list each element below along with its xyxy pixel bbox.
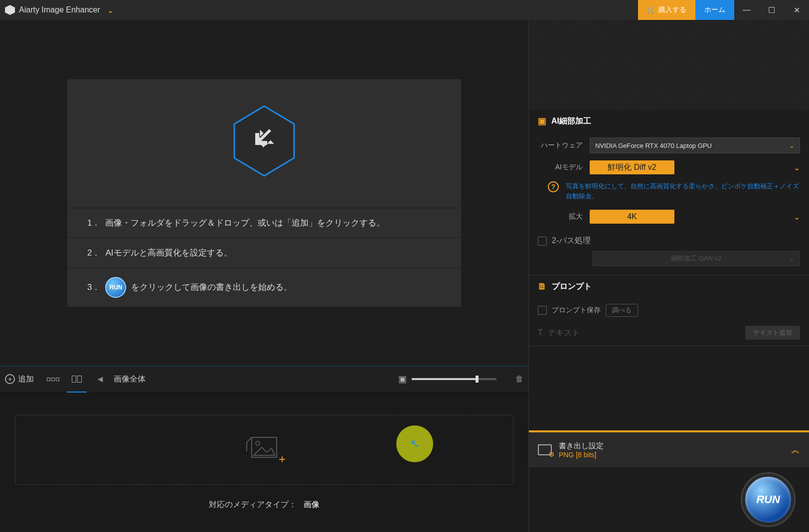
svg-point-2	[256, 441, 260, 445]
hardware-value: NVIDIA GeForce RTX 4070 Laptop GPU	[595, 142, 712, 149]
prompt-title: プロンプト	[552, 281, 592, 292]
buy-label: 購入する	[658, 5, 686, 14]
model-value: 鮮明化 Diff v2	[608, 162, 656, 173]
cursor-icon: ↖	[410, 437, 419, 450]
gear-icon: ⚙	[548, 450, 555, 458]
zoom-slider[interactable]	[412, 378, 496, 380]
two-pass-label: 2-パス処理	[552, 236, 591, 246]
delete-button[interactable]: 🗑	[515, 375, 523, 384]
two-pass-row[interactable]: 2-パス処理	[538, 231, 800, 251]
app-logo-icon	[5, 5, 15, 15]
instruction-2: 2． AIモデルと高画質化を設定する。	[67, 238, 461, 267]
add-button[interactable]: + 追加	[5, 374, 34, 385]
maximize-button[interactable]: ☐	[759, 0, 784, 20]
left-pane: 1． 画像・フォルダをドラッグ＆ドロップ、或いは「追加」をクリックする。 2． …	[0, 20, 528, 532]
nav-label[interactable]: 画像全体	[114, 374, 146, 385]
grid-view-button[interactable]	[43, 372, 63, 387]
image-toolbar: + 追加 ◄ 画像全体 ▣ 🗑	[0, 366, 528, 393]
upscale-value: 4K	[627, 212, 637, 221]
app-dropdown-icon[interactable]: ⌄	[107, 5, 114, 15]
prompt-section: 🗎 プロンプト プロンプト保存 調べる T テキスト テキスト追加	[529, 275, 809, 346]
compare-icon	[72, 376, 82, 383]
media-type-label: 対応のメディアタイプ： 画像	[209, 500, 320, 510]
text-label: テキスト	[548, 328, 580, 338]
title-bar: Aiarty Image Enhancer ⌄ 🛒 購入する ホーム — ☐ ✕	[0, 0, 809, 20]
add-label: 追加	[18, 374, 34, 385]
cursor-highlight: ↖	[396, 425, 433, 462]
cart-icon: 🛒	[647, 6, 655, 14]
right-pane: ▣ AI細部加工 ハートウェア NVIDIA GeForce RTX 4070 …	[528, 20, 809, 532]
export-format: PNG [8 bits]	[559, 451, 604, 459]
text-add-button[interactable]: テキスト追加	[745, 326, 800, 340]
ai-detail-title: AI細部加工	[551, 116, 591, 127]
thumbnail-drop-zone[interactable]: + ↖	[15, 415, 513, 485]
instruction-1: 1． 画像・フォルダをドラッグ＆ドロップ、或いは「追加」をクリックする。	[67, 208, 461, 238]
export-title: 書き出し設定	[559, 441, 604, 451]
hardware-select[interactable]: NVIDIA GeForce RTX 4070 Laptop GPU ⌄	[590, 137, 800, 153]
plus-icon: +	[5, 374, 15, 384]
grid-icon	[47, 378, 59, 381]
prompt-icon: 🗎	[538, 281, 547, 292]
chevron-down-icon: ⌄	[789, 142, 795, 149]
thumbnail-strip: + ↖ 対応のメディアタイプ： 画像	[0, 393, 528, 532]
export-icon: ⚙	[538, 444, 552, 455]
prompt-save-label: プロンプト保存	[552, 306, 601, 315]
upscale-select[interactable]: 4K	[590, 210, 674, 224]
buy-button[interactable]: 🛒 購入する	[638, 0, 695, 20]
model-label: AIモデル	[538, 163, 583, 172]
run-zone: RUN	[529, 467, 809, 532]
run-mini-icon: RUN	[105, 277, 126, 298]
thumbnail-placeholder-icon: +	[242, 432, 287, 467]
export-settings-bar[interactable]: ⚙ 書き出し設定 PNG [8 bits] ︽	[529, 430, 809, 467]
two-pass-model-value: 細部加工 GAN v2	[671, 254, 721, 263]
home-button[interactable]: ホーム	[695, 0, 734, 20]
app-title: Aiarty Image Enhancer	[19, 5, 100, 14]
compare-view-button[interactable]	[67, 372, 87, 387]
prompt-save-checkbox[interactable]	[538, 306, 547, 315]
model-description: 写真を鮮明化にして、自然に高画質化する柔らかさ。ピンボケ自動補正＋ノイズ自動除去…	[566, 181, 800, 201]
ai-model-select[interactable]: 鮮明化 Diff v2	[590, 160, 674, 174]
chevron-down-icon[interactable]: ⌄	[789, 163, 800, 172]
svg-text:+: +	[279, 452, 286, 466]
two-pass-checkbox[interactable]	[538, 237, 547, 246]
prev-arrow-icon[interactable]: ◄	[96, 374, 105, 385]
chevron-down-icon[interactable]: ⌄	[789, 212, 800, 222]
ai-detail-icon: ▣	[538, 116, 546, 127]
drop-card[interactable]: 1． 画像・フォルダをドラッグ＆ドロップ、或いは「追加」をクリックする。 2． …	[67, 79, 461, 307]
ai-detail-section: ▣ AI細部加工 ハートウェア NVIDIA GeForce RTX 4070 …	[529, 110, 809, 275]
home-label: ホーム	[704, 5, 725, 14]
run-button[interactable]: RUN	[742, 474, 794, 526]
close-button[interactable]: ✕	[784, 0, 809, 20]
text-icon: T	[538, 328, 543, 337]
zoom-slider-group: ▣	[398, 374, 496, 385]
upscale-label: 拡大	[538, 212, 583, 221]
instruction-3: 3． RUN をクリックして画像の書き出しを始める。	[67, 267, 461, 307]
hardware-label: ハートウェア	[538, 141, 583, 150]
two-pass-model-select: 細部加工 GAN v2 ⌄	[593, 251, 800, 266]
run-label: RUN	[756, 493, 780, 506]
canvas-area: 1． 画像・フォルダをドラッグ＆ドロップ、或いは「追加」をクリックする。 2． …	[0, 20, 528, 366]
upload-hex-icon	[232, 104, 296, 178]
help-icon[interactable]: ?	[548, 181, 559, 192]
image-icon: ▣	[398, 374, 407, 385]
minimize-button[interactable]: —	[734, 0, 759, 20]
chevron-up-icon[interactable]: ︽	[791, 444, 800, 456]
chevron-down-icon: ⌄	[789, 255, 795, 263]
prompt-browse-button[interactable]: 調べる	[606, 304, 638, 317]
preview-zone	[529, 20, 809, 110]
svg-rect-1	[252, 437, 277, 457]
